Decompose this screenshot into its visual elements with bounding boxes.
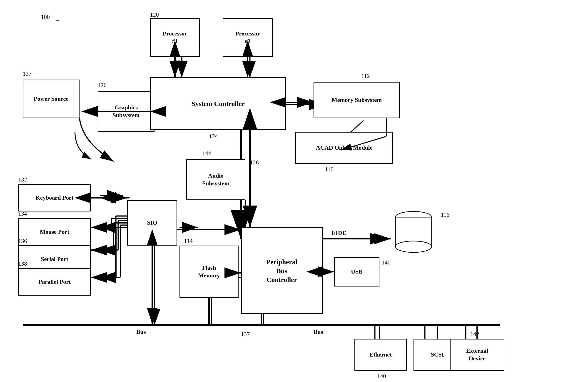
processor2-box: Processor#2 [223,18,273,57]
acad-module-box: ACAD Online Module [295,132,393,164]
power-source-box: Power Source [23,80,80,118]
external-device-box: ExternalDevice [450,339,504,371]
graphics-subsystem-box: GraphicsSubsystem [98,91,154,132]
label-136: 136 [18,238,27,245]
audio-subsystem-box: AudioSubsystem [186,159,245,200]
bus-label-right: Bus [314,329,323,335]
label-138: 138 [18,260,27,267]
system-controller-box: System Controller [150,77,286,130]
label-114: 114 [184,238,193,245]
diagram: 100 → Power Source 137 GraphicsSubsystem… [0,0,588,382]
label-126: 126 [98,82,106,89]
eide-label: EIDE [332,230,346,236]
sio-box: SIO [127,200,177,246]
parallel-port-box: Parallel Port [18,268,91,296]
label-122: 122 [175,59,184,66]
label-132: 132 [18,176,27,183]
mouse-port-box: Mouse Port [18,218,91,246]
keyboard-port-box: Keyboard Port [18,184,91,211]
label-134: 134 [18,210,27,217]
peripheral-bus-controller-box: PeripheralBusController [241,227,323,314]
svg-point-38 [395,241,432,252]
disk-cylinder [391,209,436,255]
usb-box: USB [334,257,379,287]
flash-memory-box: FlashMemory [180,246,239,298]
label-140-usb: 140 [382,259,391,266]
bus-label-left: Bus [136,329,146,335]
label-140-bottom: 140 [377,373,386,380]
label-128: 128 [250,159,259,166]
label-137-bottom: 137 [241,331,250,338]
label-112: 112 [361,73,370,80]
label-120: 120 [150,11,159,18]
label-116: 116 [441,211,449,218]
label-142: 142 [470,331,479,338]
label-100: 100 [41,14,50,21]
ethernet-box: Ethernet [355,339,407,371]
processor1-box: Processor#1 [150,18,200,57]
label-144: 144 [202,150,211,157]
label-137-power: 137 [23,70,32,77]
memory-subsystem-box: Memory Subsystem [314,82,400,118]
label-110: 110 [325,166,334,173]
label-124: 124 [209,133,218,140]
